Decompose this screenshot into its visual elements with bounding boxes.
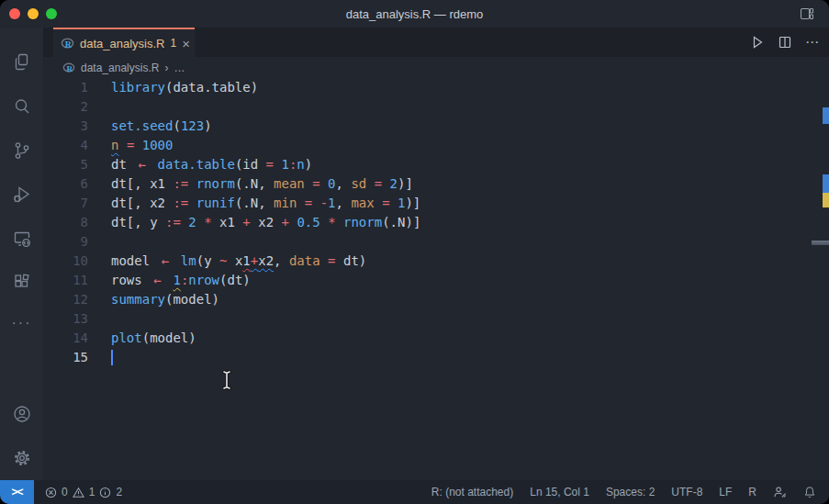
vscode-window: data_analysis.R — rdemo — [0, 0, 829, 504]
code-line[interactable]: 9 — [43, 232, 829, 252]
warning-icon — [73, 487, 84, 498]
overview-marker-info — [823, 174, 829, 193]
explorer-icon[interactable] — [0, 40, 43, 84]
error-icon — [45, 487, 57, 498]
overview-marker-warning — [823, 193, 829, 207]
feedback-icon[interactable] — [773, 486, 787, 498]
breadcrumb-separator-icon: › — [164, 62, 168, 74]
code-line[interactable]: 8dt[, y := 2 * x1 + x2 + 0.5 * rnorm(.N)… — [43, 213, 829, 232]
code-line[interactable]: 3set.seed(123) — [43, 117, 829, 136]
code-text: set.seed(123) — [111, 117, 212, 136]
code-line[interactable]: 5dt ← data.table(id = 1:n) — [43, 155, 829, 174]
code-text: model ← lm(y ~ x1+x2, data = dt) — [111, 252, 366, 271]
notifications-bell-icon[interactable] — [803, 486, 816, 498]
source-control-icon[interactable] — [0, 129, 43, 173]
status-bar: >< 0 1 2 R: (not attached)Ln 15, — [0, 480, 829, 504]
remote-indicator[interactable]: >< — [0, 480, 34, 504]
line-number: 11 — [43, 271, 88, 290]
breadcrumb-file[interactable]: data_analysis.R — [81, 62, 159, 74]
breadcrumb-more[interactable]: … — [174, 62, 185, 74]
line-number: 10 — [43, 252, 88, 271]
tab-close-icon[interactable]: × — [182, 37, 190, 50]
line-number: 2 — [43, 97, 88, 117]
status-item-r-not-attached[interactable]: R: (not attached) — [431, 486, 513, 498]
window-title: data_analysis.R — rdemo — [0, 7, 829, 21]
line-number: 4 — [43, 136, 88, 155]
more-actions-icon[interactable]: ⋯ — [805, 34, 820, 50]
activity-bar: ··· — [0, 28, 43, 480]
text-cursor — [111, 350, 113, 365]
code-line[interactable]: 11rows ← 1:nrow(dt) — [43, 271, 829, 290]
code-line[interactable]: 4n = 1000 — [43, 136, 829, 155]
line-number: 1 — [43, 78, 88, 97]
customize-layout-icon[interactable] — [800, 6, 814, 21]
run-icon[interactable] — [750, 35, 765, 50]
problems-summary[interactable]: 0 1 2 — [45, 486, 122, 498]
status-item-r[interactable]: R — [748, 486, 756, 498]
line-number: 12 — [43, 290, 88, 309]
code-editor[interactable]: 1library(data.table)23set.seed(123)4n = … — [43, 78, 829, 480]
overview-ruler-handle[interactable] — [812, 241, 829, 245]
code-text: summary(model) — [111, 290, 219, 309]
tab-problem-badge: 1 — [171, 37, 177, 50]
tab-label: data_analysis.R — [80, 37, 165, 50]
close-window-button[interactable] — [9, 8, 20, 19]
code-line[interactable]: 7dt[, x2 := runif(.N, min = -1, max = 1)… — [43, 194, 829, 213]
split-editor-icon[interactable] — [778, 35, 792, 50]
line-number: 7 — [43, 194, 88, 213]
code-line[interactable]: 10model ← lm(y ~ x1+x2, data = dt) — [43, 252, 829, 271]
code-line[interactable]: 14plot(model) — [43, 329, 829, 348]
tab-bar: R data_analysis.R 1 × — [43, 28, 829, 57]
info-count: 2 — [116, 486, 122, 498]
status-item-lf[interactable]: LF — [719, 486, 732, 498]
code-line[interactable]: 2 — [43, 97, 829, 117]
line-number: 13 — [43, 309, 88, 329]
error-count: 0 — [62, 486, 68, 498]
code-text: dt ← data.table(id = 1:n) — [111, 155, 312, 174]
breadcrumb[interactable]: R data_analysis.R › … — [43, 57, 829, 78]
settings-gear-icon[interactable] — [0, 436, 43, 480]
line-number: 6 — [43, 174, 88, 194]
code-text: library(data.table) — [111, 78, 258, 97]
remote-explorer-icon[interactable] — [0, 217, 43, 261]
run-debug-icon[interactable] — [0, 173, 43, 217]
more-views-icon[interactable]: ··· — [0, 305, 43, 342]
maximize-window-button[interactable] — [46, 8, 57, 19]
extensions-icon[interactable] — [0, 261, 43, 305]
code-text: dt[, x2 := runif(.N, min = -1, max = 1)] — [111, 194, 420, 213]
line-number: 9 — [43, 232, 88, 252]
code-line[interactable]: 12summary(model) — [43, 290, 829, 309]
traffic-lights — [9, 8, 57, 19]
account-icon[interactable] — [0, 392, 43, 436]
status-item-utf-8[interactable]: UTF-8 — [671, 486, 702, 498]
code-line[interactable]: 13 — [43, 309, 829, 329]
svg-text:R: R — [66, 64, 73, 73]
editor-actions: ⋯ — [750, 28, 820, 57]
info-icon — [99, 487, 111, 498]
status-item-ln-15-col-1[interactable]: Ln 15, Col 1 — [530, 486, 589, 498]
line-number: 15 — [43, 348, 88, 367]
code-line[interactable]: 1library(data.table) — [43, 78, 829, 97]
code-text: plot(model) — [111, 329, 196, 348]
code-line[interactable]: 15 — [43, 348, 829, 367]
line-number: 8 — [43, 213, 88, 232]
tab-data-analysis[interactable]: R data_analysis.R 1 × — [53, 28, 195, 57]
minimize-window-button[interactable] — [28, 8, 39, 19]
status-bar-right: R: (not attached)Ln 15, Col 1Spaces: 2UT… — [431, 486, 829, 498]
editor-lines: 1library(data.table)23set.seed(123)4n = … — [43, 78, 829, 367]
status-item-spaces-2[interactable]: Spaces: 2 — [606, 486, 655, 498]
r-file-icon: R — [62, 62, 75, 74]
code-line[interactable]: 6dt[, x1 := rnorm(.N, mean = 0, sd = 2)] — [43, 174, 829, 194]
mouse-ibeam-cursor — [220, 369, 233, 391]
search-icon[interactable] — [0, 84, 43, 129]
code-text: dt[, y := 2 * x1 + x2 + 0.5 * rnorm(.N)] — [111, 213, 420, 232]
warning-count: 1 — [89, 486, 95, 498]
line-number: 3 — [43, 117, 88, 136]
code-text: dt[, x1 := rnorm(.N, mean = 0, sd = 2)] — [111, 174, 413, 194]
line-number: 14 — [43, 329, 88, 348]
svg-text:R: R — [65, 39, 73, 50]
code-text: n = 1000 — [111, 136, 173, 155]
line-number: 5 — [43, 155, 88, 174]
title-bar: data_analysis.R — rdemo — [0, 0, 829, 28]
r-file-icon: R — [61, 37, 74, 50]
